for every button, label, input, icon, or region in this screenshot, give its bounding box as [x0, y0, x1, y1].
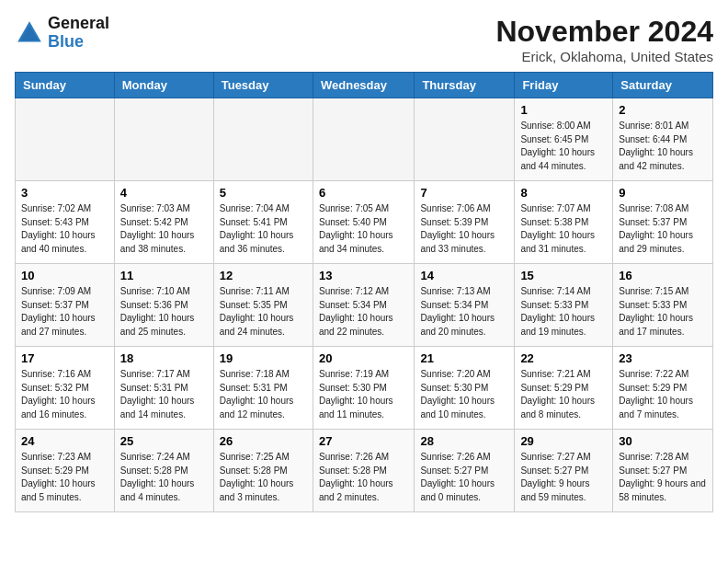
- day-number: 7: [420, 186, 508, 200]
- weekday-header-friday: Friday: [515, 73, 613, 98]
- day-info: Sunrise: 7:11 AM Sunset: 5:35 PM Dayligh…: [220, 285, 307, 339]
- day-number: 27: [319, 434, 408, 448]
- calendar-week-4: 17Sunrise: 7:16 AM Sunset: 5:32 PM Dayli…: [16, 347, 713, 430]
- day-number: 26: [220, 434, 307, 448]
- day-number: 29: [520, 434, 607, 448]
- logo-icon: [15, 18, 44, 48]
- day-number: 21: [420, 351, 508, 365]
- day-info: Sunrise: 7:04 AM Sunset: 5:41 PM Dayligh…: [220, 202, 307, 256]
- day-number: 18: [120, 351, 208, 365]
- day-info: Sunrise: 7:10 AM Sunset: 5:36 PM Dayligh…: [120, 285, 208, 339]
- day-number: 22: [520, 351, 607, 365]
- calendar-cell: [313, 98, 414, 181]
- calendar-cell: [114, 98, 213, 181]
- day-info: Sunrise: 7:06 AM Sunset: 5:39 PM Dayligh…: [420, 202, 508, 256]
- day-number: 24: [21, 434, 108, 448]
- page-header: General Blue November 2024 Erick, Oklaho…: [15, 15, 713, 64]
- weekday-header-sunday: Sunday: [16, 73, 115, 98]
- calendar-week-1: 1Sunrise: 8:00 AM Sunset: 6:45 PM Daylig…: [16, 98, 713, 181]
- day-number: 25: [120, 434, 208, 448]
- day-info: Sunrise: 7:19 AM Sunset: 5:30 PM Dayligh…: [319, 368, 408, 421]
- calendar-cell: 9Sunrise: 7:08 AM Sunset: 5:37 PM Daylig…: [613, 181, 713, 264]
- calendar-cell: 15Sunrise: 7:14 AM Sunset: 5:33 PM Dayli…: [515, 264, 613, 347]
- day-number: 10: [21, 269, 108, 282]
- day-number: 2: [619, 103, 707, 117]
- day-info: Sunrise: 7:20 AM Sunset: 5:30 PM Dayligh…: [420, 368, 508, 421]
- day-info: Sunrise: 7:24 AM Sunset: 5:28 PM Dayligh…: [120, 451, 208, 504]
- calendar-cell: 4Sunrise: 7:03 AM Sunset: 5:42 PM Daylig…: [114, 181, 213, 264]
- day-number: 5: [220, 186, 307, 200]
- day-number: 16: [619, 269, 707, 282]
- day-info: Sunrise: 7:05 AM Sunset: 5:40 PM Dayligh…: [319, 202, 408, 256]
- weekday-header-thursday: Thursday: [415, 73, 515, 98]
- day-info: Sunrise: 7:28 AM Sunset: 5:27 PM Dayligh…: [619, 451, 707, 504]
- day-info: Sunrise: 7:08 AM Sunset: 5:37 PM Dayligh…: [619, 202, 707, 256]
- day-number: 8: [520, 186, 607, 200]
- calendar-cell: 8Sunrise: 7:07 AM Sunset: 5:38 PM Daylig…: [515, 181, 613, 264]
- day-info: Sunrise: 7:26 AM Sunset: 5:27 PM Dayligh…: [420, 451, 508, 504]
- day-info: Sunrise: 7:17 AM Sunset: 5:31 PM Dayligh…: [120, 368, 208, 421]
- calendar-cell: 10Sunrise: 7:09 AM Sunset: 5:37 PM Dayli…: [16, 264, 115, 347]
- calendar-cell: 6Sunrise: 7:05 AM Sunset: 5:40 PM Daylig…: [313, 181, 414, 264]
- calendar-cell: [213, 98, 313, 181]
- day-info: Sunrise: 7:26 AM Sunset: 5:28 PM Dayligh…: [319, 451, 408, 504]
- weekday-header-saturday: Saturday: [613, 73, 713, 98]
- day-number: 9: [619, 186, 707, 200]
- calendar-cell: 28Sunrise: 7:26 AM Sunset: 5:27 PM Dayli…: [415, 430, 515, 512]
- day-info: Sunrise: 7:14 AM Sunset: 5:33 PM Dayligh…: [520, 285, 607, 339]
- calendar-header-row: SundayMondayTuesdayWednesdayThursdayFrid…: [16, 73, 713, 98]
- day-info: Sunrise: 7:02 AM Sunset: 5:43 PM Dayligh…: [21, 202, 108, 256]
- day-number: 6: [319, 186, 408, 200]
- day-number: 17: [21, 351, 108, 365]
- calendar-week-5: 24Sunrise: 7:23 AM Sunset: 5:29 PM Dayli…: [16, 430, 713, 512]
- day-info: Sunrise: 8:01 AM Sunset: 6:44 PM Dayligh…: [619, 120, 707, 173]
- day-info: Sunrise: 7:16 AM Sunset: 5:32 PM Dayligh…: [21, 368, 108, 421]
- calendar-cell: 17Sunrise: 7:16 AM Sunset: 5:32 PM Dayli…: [16, 347, 115, 430]
- day-info: Sunrise: 7:13 AM Sunset: 5:34 PM Dayligh…: [420, 285, 508, 339]
- day-info: Sunrise: 7:25 AM Sunset: 5:28 PM Dayligh…: [220, 451, 307, 504]
- logo: General Blue: [15, 15, 109, 52]
- day-info: Sunrise: 8:00 AM Sunset: 6:45 PM Dayligh…: [520, 120, 607, 173]
- calendar-table: SundayMondayTuesdayWednesdayThursdayFrid…: [15, 72, 713, 512]
- day-info: Sunrise: 7:15 AM Sunset: 5:33 PM Dayligh…: [619, 285, 707, 339]
- day-info: Sunrise: 7:22 AM Sunset: 5:29 PM Dayligh…: [619, 368, 707, 421]
- location-subtitle: Erick, Oklahoma, United States: [495, 49, 713, 64]
- calendar-cell: 27Sunrise: 7:26 AM Sunset: 5:28 PM Dayli…: [313, 430, 414, 512]
- calendar-body: 1Sunrise: 8:00 AM Sunset: 6:45 PM Daylig…: [16, 98, 713, 512]
- calendar-cell: 22Sunrise: 7:21 AM Sunset: 5:29 PM Dayli…: [515, 347, 613, 430]
- day-info: Sunrise: 7:09 AM Sunset: 5:37 PM Dayligh…: [21, 285, 108, 339]
- calendar-cell: 30Sunrise: 7:28 AM Sunset: 5:27 PM Dayli…: [613, 430, 713, 512]
- day-info: Sunrise: 7:07 AM Sunset: 5:38 PM Dayligh…: [520, 202, 607, 256]
- calendar-cell: 19Sunrise: 7:18 AM Sunset: 5:31 PM Dayli…: [213, 347, 313, 430]
- day-number: 13: [319, 269, 408, 282]
- weekday-header-monday: Monday: [114, 73, 213, 98]
- calendar-cell: 5Sunrise: 7:04 AM Sunset: 5:41 PM Daylig…: [213, 181, 313, 264]
- calendar-cell: [16, 98, 115, 181]
- day-number: 1: [520, 103, 607, 117]
- day-number: 4: [120, 186, 208, 200]
- day-info: Sunrise: 7:21 AM Sunset: 5:29 PM Dayligh…: [520, 368, 607, 421]
- calendar-cell: 14Sunrise: 7:13 AM Sunset: 5:34 PM Dayli…: [415, 264, 515, 347]
- calendar-cell: 18Sunrise: 7:17 AM Sunset: 5:31 PM Dayli…: [114, 347, 213, 430]
- calendar-cell: 1Sunrise: 8:00 AM Sunset: 6:45 PM Daylig…: [515, 98, 613, 181]
- title-block: November 2024 Erick, Oklahoma, United St…: [495, 15, 713, 64]
- logo-line1: General: [48, 15, 109, 33]
- calendar-cell: 21Sunrise: 7:20 AM Sunset: 5:30 PM Dayli…: [415, 347, 515, 430]
- weekday-header-tuesday: Tuesday: [213, 73, 313, 98]
- weekday-header-wednesday: Wednesday: [313, 73, 414, 98]
- day-number: 15: [520, 269, 607, 282]
- day-number: 11: [120, 269, 208, 282]
- calendar-cell: 16Sunrise: 7:15 AM Sunset: 5:33 PM Dayli…: [613, 264, 713, 347]
- day-info: Sunrise: 7:23 AM Sunset: 5:29 PM Dayligh…: [21, 451, 108, 504]
- logo-line2: Blue: [48, 33, 109, 52]
- day-info: Sunrise: 7:18 AM Sunset: 5:31 PM Dayligh…: [220, 368, 307, 421]
- calendar-cell: 11Sunrise: 7:10 AM Sunset: 5:36 PM Dayli…: [114, 264, 213, 347]
- calendar-cell: 29Sunrise: 7:27 AM Sunset: 5:27 PM Dayli…: [515, 430, 613, 512]
- calendar-cell: 12Sunrise: 7:11 AM Sunset: 5:35 PM Dayli…: [213, 264, 313, 347]
- day-number: 12: [220, 269, 307, 282]
- day-number: 3: [21, 186, 108, 200]
- day-number: 30: [619, 434, 707, 448]
- day-number: 28: [420, 434, 508, 448]
- calendar-cell: 25Sunrise: 7:24 AM Sunset: 5:28 PM Dayli…: [114, 430, 213, 512]
- month-title: November 2024: [495, 15, 713, 49]
